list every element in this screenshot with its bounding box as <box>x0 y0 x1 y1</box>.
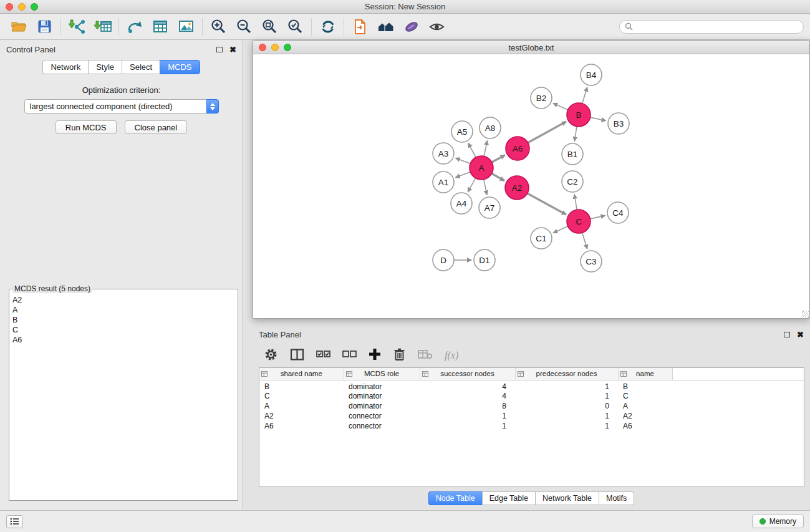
cell-predecessor-nodes[interactable]: 1 <box>515 421 618 431</box>
show-hide-button[interactable] <box>424 16 450 38</box>
cell-predecessor-nodes[interactable]: 1 <box>515 411 618 421</box>
edge-A-A2[interactable] <box>492 173 504 180</box>
node-A6[interactable]: A6 <box>506 137 529 160</box>
cell-MCDS-role[interactable]: connector <box>344 411 420 421</box>
import-table-button[interactable] <box>90 16 115 38</box>
tab-network[interactable]: Network <box>42 60 88 74</box>
cell-MCDS-role[interactable]: connector <box>344 421 420 431</box>
node-C[interactable]: C <box>567 210 591 233</box>
node-A3[interactable]: A3 <box>433 143 454 164</box>
edge-A-A3[interactable] <box>456 158 471 163</box>
select-all-button[interactable] <box>316 350 330 361</box>
zoom-fit-button[interactable] <box>257 16 282 38</box>
delete-column-button[interactable] <box>393 347 406 364</box>
node-A4[interactable]: A4 <box>451 193 472 214</box>
zoom-selected-button[interactable] <box>282 16 308 38</box>
tab-style[interactable]: Style <box>88 60 122 74</box>
column-header-shared-name[interactable]: shared name <box>259 368 344 380</box>
column-header-predecessor-nodes[interactable]: predecessor nodes <box>515 368 618 380</box>
export-document-button[interactable] <box>347 16 373 38</box>
cell-predecessor-nodes[interactable]: 1 <box>515 391 618 401</box>
table-row[interactable]: A6connector11A6 <box>259 421 804 431</box>
result-item[interactable]: C <box>12 325 234 335</box>
cell-predecessor-nodes[interactable]: 0 <box>515 401 618 411</box>
zoom-out-button[interactable] <box>231 16 257 38</box>
save-session-button[interactable] <box>32 16 57 38</box>
function-builder-button[interactable]: f(x) <box>445 350 458 361</box>
cell-name[interactable]: A <box>618 401 672 411</box>
run-mcds-button[interactable]: Run MCDS <box>55 120 117 134</box>
home-button[interactable] <box>373 16 398 38</box>
node-D1[interactable]: D1 <box>474 249 495 271</box>
cell-MCDS-role[interactable]: dominator <box>344 391 420 401</box>
network-graph[interactable]: AA1A2A3A4A5A6A7A8BB1B2B3B4CC1C2C3C4DD1 <box>253 54 809 318</box>
node-A5[interactable]: A5 <box>451 121 473 142</box>
node-B1[interactable]: B1 <box>562 143 583 165</box>
cell-name[interactable]: A6 <box>618 421 672 431</box>
open-session-button[interactable] <box>6 16 32 38</box>
edge-B-B3[interactable] <box>591 117 606 120</box>
search-input[interactable] <box>636 22 798 31</box>
memory-button[interactable]: Memory <box>752 515 804 528</box>
table-row[interactable]: Cdominator41C <box>259 391 804 401</box>
cell-successor-nodes[interactable]: 8 <box>420 401 515 411</box>
cell-successor-nodes[interactable]: 4 <box>420 391 515 401</box>
network-maximize-button[interactable] <box>284 44 291 51</box>
node-A8[interactable]: A8 <box>480 117 501 138</box>
delete-table-button[interactable] <box>418 349 433 362</box>
clone-network-button[interactable] <box>122 16 148 38</box>
close-panel-button[interactable]: Close panel <box>125 120 188 134</box>
edge-B-B4[interactable] <box>582 87 587 104</box>
resize-grip[interactable] <box>802 311 809 317</box>
tab-select[interactable]: Select <box>122 60 160 74</box>
cell-MCDS-role[interactable]: dominator <box>344 401 420 411</box>
apply-layout-button[interactable] <box>315 16 340 38</box>
cell-predecessor-nodes[interactable]: 1 <box>515 380 618 391</box>
network-close-button[interactable] <box>259 44 266 51</box>
node-C4[interactable]: C4 <box>607 202 629 223</box>
edge-A-A8[interactable] <box>484 141 487 157</box>
export-image-button[interactable] <box>173 16 199 38</box>
close-window-button[interactable] <box>6 3 13 11</box>
edge-A6-B[interactable] <box>528 122 566 143</box>
edge-A-A6[interactable] <box>492 155 505 162</box>
optimization-select[interactable]: largest connected component (directed) <box>24 99 219 114</box>
edge-C-C1[interactable] <box>553 226 568 233</box>
edge-A-A4[interactable] <box>468 178 475 192</box>
tab-motifs[interactable]: Motifs <box>599 491 634 505</box>
edge-A-A5[interactable] <box>468 143 476 158</box>
cell-shared-name[interactable]: A <box>259 401 344 411</box>
cell-successor-nodes[interactable]: 4 <box>420 380 515 391</box>
node-B[interactable]: B <box>567 103 591 127</box>
table-row[interactable]: Bdominator41B <box>259 380 804 391</box>
zoom-in-button[interactable] <box>206 16 231 38</box>
table-row[interactable]: Adominator80A <box>259 401 804 411</box>
minimize-window-button[interactable] <box>18 3 26 11</box>
cell-shared-name[interactable]: A2 <box>259 411 344 421</box>
edge-A2-C[interactable] <box>528 193 566 215</box>
node-C2[interactable]: C2 <box>562 171 583 192</box>
close-panel-icon[interactable]: ✖ <box>229 46 236 54</box>
search-box[interactable] <box>619 20 804 34</box>
result-item[interactable]: A <box>12 305 234 315</box>
node-B4[interactable]: B4 <box>581 64 602 85</box>
edge-C-C2[interactable] <box>574 195 577 210</box>
node-A[interactable]: A <box>470 156 493 180</box>
node-D[interactable]: D <box>433 249 454 271</box>
edge-C-C3[interactable] <box>582 233 587 249</box>
tab-mcds[interactable]: MCDS <box>160 60 200 74</box>
edge-B-B1[interactable] <box>574 127 577 142</box>
network-minimize-button[interactable] <box>271 44 279 51</box>
cell-successor-nodes[interactable]: 1 <box>420 411 515 421</box>
node-C1[interactable]: C1 <box>531 228 552 249</box>
result-item[interactable]: B <box>12 315 234 325</box>
tab-edge-table[interactable]: Edge Table <box>482 491 535 505</box>
cell-name[interactable]: C <box>618 391 672 401</box>
cell-name[interactable]: A2 <box>618 411 672 421</box>
node-C3[interactable]: C3 <box>581 251 602 272</box>
select-stepper-icon[interactable] <box>206 99 219 114</box>
edge-A-A1[interactable] <box>456 172 471 178</box>
cell-shared-name[interactable]: B <box>259 380 344 391</box>
column-header-successor-nodes[interactable]: successor nodes <box>420 368 515 380</box>
column-header-name[interactable]: name <box>618 368 672 380</box>
